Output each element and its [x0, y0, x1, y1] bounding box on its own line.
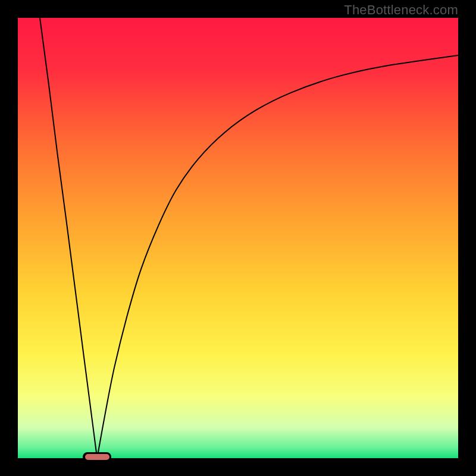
plot-curves [18, 18, 458, 458]
optimal-marker-fill [85, 454, 109, 459]
watermark-text: TheBottleneck.com [344, 2, 458, 18]
bottleneck-curve [40, 18, 458, 458]
plot-area [18, 18, 458, 458]
optimal-marker [83, 452, 111, 462]
chart-frame: TheBottleneck.com [0, 0, 476, 476]
